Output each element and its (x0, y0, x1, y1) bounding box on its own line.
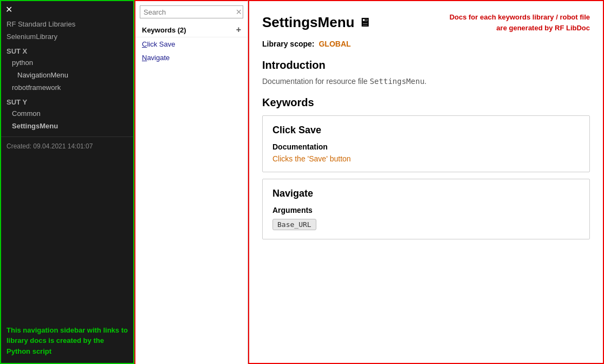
docs-note-line1: Docs for each keywords library / robot f… (450, 13, 590, 21)
keyword-first-letter-n: N (142, 54, 147, 62)
sidebar-group-sut-x: SUT X (1, 43, 133, 56)
library-scope-value: GLOBAL (319, 40, 350, 48)
keyword-link-navigate[interactable]: Navigate (135, 51, 248, 64)
terminal-icon: 🖥 (359, 16, 371, 30)
keywords-add-icon[interactable]: + (234, 25, 243, 35)
page-title-text: SettingsMenu (262, 14, 354, 31)
keywords-heading: Keywords (262, 96, 590, 109)
close-icon[interactable]: ✕ (1, 1, 17, 18)
sidebar-group-sut-y: SUT Y (1, 94, 133, 107)
main-content: SettingsMenu 🖥 Docs for each keywords li… (248, 0, 604, 364)
library-scope-row: Library scope: GLOBAL (262, 40, 590, 48)
sidebar-item-common[interactable]: Common (1, 107, 133, 120)
search-clear-icon[interactable]: ✕ (235, 8, 243, 16)
docs-note: Docs for each keywords library / robot f… (450, 12, 590, 33)
intro-text: Documentation for resource file Settings… (262, 77, 590, 86)
keyword-rest-label-n: avigate (147, 54, 170, 62)
keyword-first-letter: C (142, 40, 147, 48)
sidebar-footer-text: This navigation sidebar with links to li… (1, 318, 133, 363)
keyword-card-args-label: Arguments (272, 206, 580, 214)
intro-text-suffix: . (425, 77, 427, 86)
intro-heading: Introduction (262, 59, 590, 72)
keyword-card-title-navigate: Navigate (272, 188, 580, 199)
keyword-link-click-save[interactable]: Click Save (135, 37, 248, 51)
sidebar-created: Created: 09.04.2021 14:01:07 (1, 136, 133, 155)
search-input[interactable] (144, 8, 235, 16)
library-scope-label: Library scope: (262, 40, 314, 48)
docs-note-line2: are generated by RF LibDoc (496, 24, 590, 32)
keywords-header: Keywords (2) + (135, 23, 248, 37)
page-title-row: SettingsMenu 🖥 Docs for each keywords li… (262, 12, 590, 33)
sidebar-item-navigation-menu[interactable]: NavigationMenu (1, 69, 133, 81)
keyword-card-click-save: Click Save Documentation Clicks the 'Sav… (262, 115, 590, 172)
keyword-card-doc-text: Clicks the 'Save' button (272, 154, 580, 163)
sidebar-item-settings-menu[interactable]: SettingsMenu (1, 120, 133, 132)
sidebar: ✕ RF Standard Libraries SeleniumLibrary … (0, 0, 134, 364)
sidebar-item-robotframework[interactable]: robotframework (1, 81, 133, 94)
page-title: SettingsMenu 🖥 (262, 14, 371, 31)
keywords-count-label: Keywords (2) (142, 26, 186, 34)
intro-text-prefix: Documentation for resource file (262, 77, 369, 86)
keyword-card-navigate: Navigate Arguments Base_URL (262, 179, 590, 239)
sidebar-item-selenium-library[interactable]: SeleniumLibrary (1, 30, 133, 43)
middle-panel: ✕ Keywords (2) + Click Save Navigate (134, 0, 248, 364)
intro-code: SettingsMenu (369, 77, 424, 86)
search-bar: ✕ (140, 5, 243, 18)
sidebar-item-python[interactable]: python (1, 56, 133, 69)
keyword-card-doc-label: Documentation (272, 142, 580, 151)
keyword-rest-label: lick Save (147, 40, 175, 48)
arg-badge-base-url: Base_URL (272, 219, 316, 230)
keyword-card-title-click-save: Click Save (272, 125, 580, 136)
sidebar-item-rf-standard-libraries[interactable]: RF Standard Libraries (1, 18, 133, 30)
